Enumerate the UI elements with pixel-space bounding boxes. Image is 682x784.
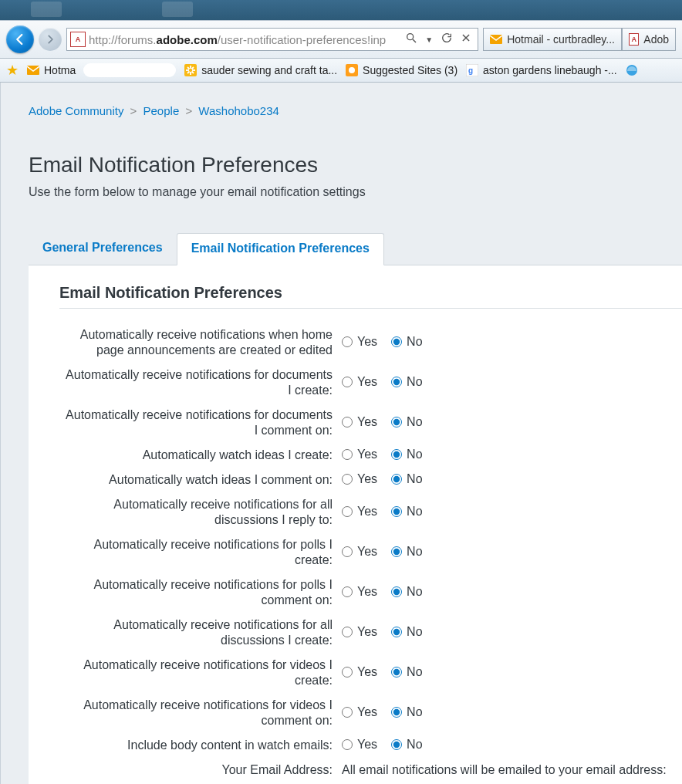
option-label: Yes [357, 625, 377, 639]
radio-no[interactable] [391, 707, 402, 718]
radio-yes[interactable] [342, 667, 353, 678]
option-label: Yes [357, 472, 377, 486]
pref-option-no[interactable]: No [391, 738, 422, 752]
pref-option-yes[interactable]: Yes [342, 472, 377, 486]
pref-option-yes[interactable]: Yes [342, 705, 377, 719]
radio-no[interactable] [391, 474, 402, 485]
dropdown-icon[interactable]: ▼ [425, 35, 433, 44]
pref-option-yes[interactable]: Yes [342, 505, 377, 519]
forward-button[interactable] [39, 28, 62, 51]
pref-option-yes[interactable]: Yes [342, 375, 377, 389]
radio-no[interactable] [391, 627, 402, 637]
radio-yes[interactable] [342, 627, 353, 637]
radio-no[interactable] [391, 417, 402, 427]
favorite-aston-gardens[interactable]: g aston gardens linebaugh -... [465, 63, 617, 77]
favorite-suggested-sites[interactable]: Suggested Sites (3) [345, 63, 457, 77]
pref-option-no[interactable]: No [391, 415, 422, 429]
radio-yes[interactable] [342, 586, 353, 597]
pref-option-no[interactable]: No [391, 448, 422, 461]
pref-row: Automatically receive notifications for … [59, 573, 682, 613]
radio-yes[interactable] [342, 739, 353, 750]
pref-option-yes[interactable]: Yes [342, 585, 377, 599]
breadcrumb-separator: > [185, 104, 192, 117]
option-label: No [407, 625, 422, 639]
pref-option-no[interactable]: No [391, 585, 422, 599]
pref-options: YesNo [337, 363, 682, 403]
stop-icon[interactable] [461, 32, 471, 46]
pref-option-no[interactable]: No [391, 625, 422, 639]
pref-option-no[interactable]: No [391, 472, 422, 486]
favorites-bar: ★ Hotma sauder sewing and craft ta... Su… [0, 59, 682, 83]
radio-no[interactable] [391, 739, 402, 750]
page-subtitle: Use the form below to manage your email … [29, 185, 682, 199]
browser-tab-hotmail[interactable]: Hotmail - curtbradley... [483, 28, 622, 51]
tab-general-preferences[interactable]: General Preferences [29, 233, 177, 265]
pref-label: Automatically receive notifications for … [59, 613, 337, 653]
radio-yes[interactable] [342, 417, 353, 427]
radio-yes[interactable] [342, 449, 353, 460]
pref-option-no[interactable]: No [391, 545, 422, 559]
pref-label: Automatically watch ideas I comment on: [59, 468, 337, 492]
url-rest: /user-notification-preferences!inp [218, 33, 386, 46]
pref-option-no[interactable]: No [391, 375, 422, 389]
pref-row: Automatically receive notifications when… [59, 323, 682, 363]
radio-no[interactable] [391, 336, 402, 347]
pref-options: YesNo [337, 573, 682, 613]
radio-no[interactable] [391, 449, 402, 460]
search-icon[interactable] [405, 32, 417, 47]
radio-yes[interactable] [342, 377, 353, 387]
favorite-sauder[interactable]: sauder sewing and craft ta... [184, 63, 337, 77]
option-label: No [407, 335, 422, 349]
radio-no[interactable] [391, 377, 402, 387]
radio-yes[interactable] [342, 707, 353, 718]
email-address-note: All email notifications will be emailed … [337, 758, 682, 782]
option-label: No [407, 448, 422, 461]
pref-option-yes[interactable]: Yes [342, 625, 377, 639]
pref-options: YesNo [337, 323, 682, 363]
radio-yes[interactable] [342, 506, 353, 517]
pref-option-no[interactable]: No [391, 335, 422, 349]
pref-option-no[interactable]: No [391, 505, 422, 519]
favorite-hotmail[interactable]: Hotma [26, 63, 76, 77]
radio-no[interactable] [391, 667, 402, 678]
favorites-star-icon[interactable]: ★ [6, 62, 19, 79]
panel-heading: Email Notification Preferences [59, 284, 682, 309]
pref-row: Automatically receive notifications for … [59, 613, 682, 653]
pref-option-yes[interactable]: Yes [342, 545, 377, 559]
pref-option-yes[interactable]: Yes [342, 738, 377, 752]
address-bar[interactable]: A http://forums.adobe.com/user-notificat… [66, 28, 478, 51]
option-label: Yes [357, 705, 377, 719]
arrow-left-icon [13, 32, 27, 46]
pref-label: Automatically receive notifications for … [59, 492, 337, 532]
radio-no[interactable] [391, 506, 402, 517]
pref-option-yes[interactable]: Yes [342, 415, 377, 429]
back-button[interactable] [6, 25, 34, 53]
taskbar-icon [31, 2, 62, 17]
radio-yes[interactable] [342, 474, 353, 485]
radio-no[interactable] [391, 586, 402, 597]
breadcrumb-link[interactable]: Washohobo234 [198, 104, 279, 117]
breadcrumb-link[interactable]: People [143, 104, 180, 117]
browser-tab-adobe[interactable]: A Adob [622, 28, 676, 51]
ie-icon[interactable] [625, 63, 639, 77]
address-bar-controls: ▼ [397, 32, 478, 47]
suggested-sites-icon [345, 63, 359, 77]
url-domain: adobe.com [157, 33, 218, 46]
pref-option-yes[interactable]: Yes [342, 448, 377, 461]
pref-option-yes[interactable]: Yes [342, 335, 377, 349]
breadcrumb-link[interactable]: Adobe Community [29, 104, 123, 117]
pref-label: Automatically receive notifications for … [59, 653, 337, 693]
favorite-label: sauder sewing and craft ta... [201, 64, 337, 76]
radio-no[interactable] [391, 546, 402, 557]
radio-yes[interactable] [342, 546, 353, 557]
tab-email-notification-preferences[interactable]: Email Notification Preferences [177, 233, 384, 265]
pref-label: Automatically receive notifications for … [59, 573, 337, 613]
option-label: No [407, 705, 422, 719]
pref-option-no[interactable]: No [391, 665, 422, 679]
pref-option-no[interactable]: No [391, 705, 422, 719]
radio-yes[interactable] [342, 336, 353, 347]
page-title: Email Notification Preferences [29, 153, 682, 177]
refresh-icon[interactable] [441, 32, 453, 47]
adobe-favicon-icon: A [629, 33, 639, 46]
pref-option-yes[interactable]: Yes [342, 665, 377, 679]
